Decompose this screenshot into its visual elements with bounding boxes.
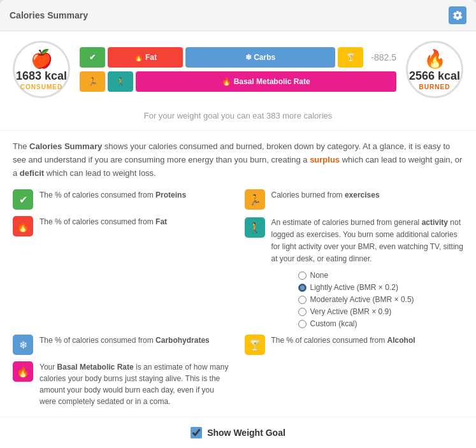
burned-circle: 🔥 2566 kcal BURNED: [406, 41, 463, 98]
legend-item-proteins: ✔ The % of calories consumed from Protei…: [13, 189, 232, 210]
person-segment: 🚶: [108, 71, 133, 92]
bmr-legend-icon: 🔥: [13, 361, 33, 382]
protein-icon: ✔: [89, 53, 96, 62]
burned-kcal: 2566 kcal: [409, 69, 460, 83]
modal-header: Calories Summary: [0, 0, 476, 31]
flame-icon: 🔥: [424, 48, 446, 69]
alcohol-segment: 🍸: [338, 47, 363, 68]
activity-legend-content: An estimate of calories burned from gene…: [271, 216, 464, 328]
radio-custom[interactable]: Custom (kcal): [298, 319, 464, 328]
carbs-label: ❄ Carbs: [245, 53, 275, 62]
activity-radio-group: None Lightly Active (BMR × 0.2) Moderate…: [271, 271, 464, 328]
radio-very-input[interactable]: [298, 308, 307, 316]
weight-goal-note: For your weight goal you can eat 383 mor…: [0, 108, 476, 131]
radio-none-input[interactable]: [298, 271, 307, 280]
person-icon: 🚶: [116, 77, 126, 86]
show-weight-goal-checkbox[interactable]: [191, 427, 202, 438]
radio-very[interactable]: Very Active (BMR × 0.9): [298, 307, 464, 316]
radio-custom-input[interactable]: [298, 320, 307, 328]
bmr-bar-row: 🏃 🚶 🔥 Basal Metabolic Rate: [80, 71, 396, 92]
legend-text-alcohol: The % of calories consumed from Alcohol: [271, 335, 415, 346]
deficit-value: -882.5: [371, 52, 396, 62]
carbs-segment: ❄ Carbs: [185, 47, 336, 68]
fat-segment: 🔥 Fat: [108, 47, 183, 68]
consumed-circle: 🍎 1683 kcal CONSUMED: [13, 41, 70, 98]
consumed-label: CONSUMED: [20, 83, 62, 90]
consumed-kcal: 1683 kcal: [16, 69, 67, 83]
description-section: The Calories Summary shows your calories…: [0, 131, 476, 417]
fat-legend-icon: 🔥: [13, 216, 33, 236]
fat-label: 🔥 Fat: [134, 53, 157, 62]
radio-lightly-label: Lightly Active (BMR × 0.2): [310, 283, 398, 292]
run-icon: 🏃: [88, 77, 97, 86]
center-bars: ✔ 🔥 Fat ❄ Carbs 🍸 -882.5 🏃 �: [80, 47, 396, 92]
radio-none-label: None: [310, 271, 329, 280]
legend-text-carbs: The % of calories consumed from Carbohyd…: [40, 335, 210, 346]
legend-item-fat: 🔥 The % of calories consumed from Fat: [13, 216, 232, 328]
show-weight-goal-label: Show Weight Goal: [207, 428, 285, 438]
run-segment: 🏃: [80, 71, 105, 92]
radio-custom-label: Custom (kcal): [310, 319, 357, 328]
legend-item-carbs: ❄ The % of calories consumed from Carboh…: [13, 335, 232, 355]
carbs-legend-icon: ❄: [13, 335, 33, 355]
legend-item-bmr: 🔥 Your Basal Metabolic Rate is an estima…: [13, 361, 232, 407]
radio-moderately-label: Moderately Active (BMR × 0.5): [310, 295, 414, 304]
burned-label: BURNED: [419, 83, 451, 90]
apple-icon: 🍎: [31, 48, 53, 69]
bmr-segment: 🔥 Basal Metabolic Rate: [136, 71, 396, 92]
modal-title: Calories Summary: [10, 10, 88, 20]
run-legend-icon: 🏃: [245, 189, 265, 210]
alcohol-icon: 🍸: [346, 53, 356, 62]
legend-text-fat: The % of calories consumed from Fat: [40, 216, 167, 228]
legend-item-activity: 🚶 An estimate of calories burned from ge…: [245, 216, 464, 328]
weight-goal-section: Show Weight Goal A pound of human fat ti…: [0, 417, 476, 448]
legend-text-bmr: Your Basal Metabolic Rate is an estimate…: [40, 361, 232, 407]
activity-legend-icon: 🚶: [245, 217, 265, 238]
legend-text-activity: An estimate of calories burned from gene…: [271, 218, 463, 263]
legend-text-proteins: The % of calories consumed from Proteins: [40, 189, 186, 201]
gear-icon: [452, 10, 463, 20]
legend-item-alcohol: 🍸 The % of calories consumed from Alcoho…: [245, 335, 464, 355]
radio-moderately[interactable]: Moderately Active (BMR × 0.5): [298, 295, 464, 304]
radio-lightly[interactable]: Lightly Active (BMR × 0.2): [298, 283, 464, 292]
legend-grid: ✔ The % of calories consumed from Protei…: [13, 189, 463, 407]
radio-lightly-input[interactable]: [298, 284, 307, 292]
alcohol-legend-icon: 🍸: [245, 335, 265, 355]
settings-button[interactable]: [449, 6, 466, 24]
radio-moderately-input[interactable]: [298, 296, 307, 304]
show-weight-goal-row: Show Weight Goal: [13, 427, 463, 438]
protein-legend-icon: ✔: [13, 189, 33, 210]
legend-item-exercises: 🏃 Calories burned from exercises: [245, 189, 464, 210]
protein-segment: ✔: [80, 47, 105, 68]
radio-none[interactable]: None: [298, 271, 464, 280]
summary-bar: 🍎 1683 kcal CONSUMED ✔ 🔥 Fat ❄ Carbs 🍸: [0, 31, 476, 108]
legend-text-exercises: Calories burned from exercises: [271, 189, 380, 201]
radio-very-label: Very Active (BMR × 0.9): [310, 307, 392, 316]
description-text: The Calories Summary shows your calories…: [13, 140, 463, 180]
macro-bar-row: ✔ 🔥 Fat ❄ Carbs 🍸 -882.5: [80, 47, 396, 68]
bmr-label: 🔥 Basal Metabolic Rate: [222, 77, 310, 86]
modal-container: Calories Summary 🍎 1683 kcal CONSUMED ✔ …: [0, 0, 476, 448]
